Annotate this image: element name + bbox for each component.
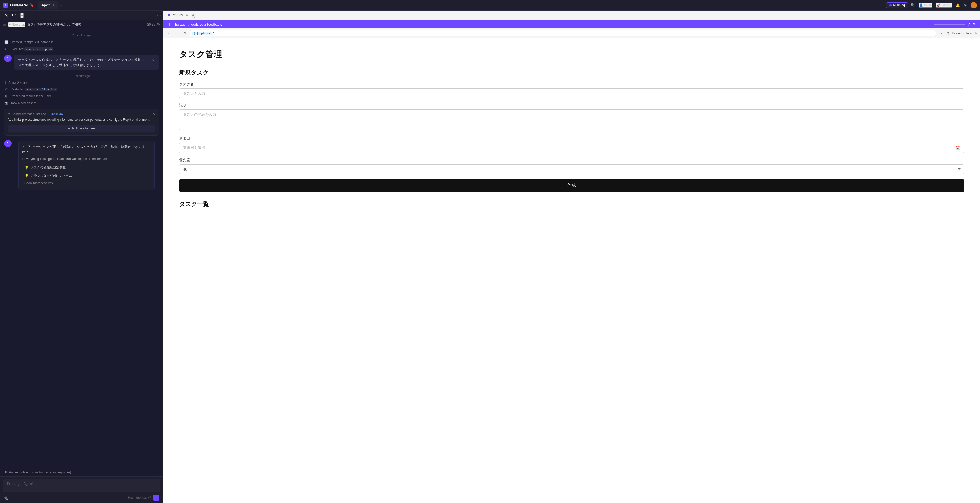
activity-text-4: Presented results to the user bbox=[11, 94, 51, 98]
status-text: Paused bbox=[9, 471, 20, 474]
devtools-button[interactable]: Devtools bbox=[952, 32, 964, 35]
tab-agent-panel[interactable]: Agent ✕ bbox=[2, 12, 19, 18]
deploy-button[interactable]: 🚀 Deploy bbox=[936, 3, 952, 8]
tab-agent-label: Agent bbox=[41, 3, 49, 7]
hamburger-icon[interactable]: ☰ bbox=[3, 22, 6, 27]
user-avatar[interactable] bbox=[970, 2, 977, 8]
rollback-label: Rollback to here bbox=[72, 126, 95, 130]
checkpoint-text: Add initial project structure, including… bbox=[8, 118, 155, 122]
new-task-title: 新規タスク bbox=[179, 69, 964, 77]
back-button[interactable]: ← bbox=[166, 30, 172, 36]
form-group-name: タスク名 bbox=[179, 82, 964, 98]
invite-button[interactable]: 👤 Invite bbox=[919, 3, 932, 8]
top-bar-center: Running bbox=[886, 2, 908, 8]
right-tab-bar: Progress ✕ + bbox=[163, 11, 980, 20]
form-group-desc: 説明 bbox=[179, 103, 964, 131]
suggestion-item-2[interactable]: 💡 カラフルなタグ付けシステム bbox=[22, 172, 151, 180]
show-more-btn[interactable]: ⇕ Show 2 more bbox=[0, 80, 163, 86]
task-desc-textarea[interactable] bbox=[179, 109, 964, 131]
suggestion-box: アプリケーションが正しく起動し、タスクの作成、表示、編集、削除ができますか？ I… bbox=[18, 141, 154, 190]
close-icon-bar[interactable]: ✕ bbox=[973, 22, 976, 26]
browser-url-bar[interactable]: {...}.replit.dev / bbox=[189, 30, 936, 37]
checkpoint-expand-icon[interactable]: ⊙ bbox=[153, 112, 155, 115]
rocket-icon: 🚀 bbox=[937, 3, 940, 7]
tab-add-button[interactable]: + bbox=[58, 2, 64, 8]
reload-button[interactable]: ↻ bbox=[182, 30, 188, 36]
asterisk-icon[interactable]: ✳ bbox=[964, 3, 967, 7]
running-label: Running bbox=[893, 3, 905, 7]
show-more-label: Show 2 more bbox=[8, 81, 27, 85]
suggestion-item-1[interactable]: 💡 タスクの優先度設定機能 bbox=[22, 163, 151, 172]
activity-text-2: Executed npm run db:push bbox=[11, 47, 53, 51]
activity-restart: ↺ Restarted Start application bbox=[0, 86, 163, 93]
top-bar: T TaskMaster 🔖 Agent ✕ + Running 🔍 👤 Inv… bbox=[0, 0, 980, 11]
suggestion-sub-text: If everything looks good, I can start wo… bbox=[22, 156, 151, 161]
tab-progress-label: Progress bbox=[172, 13, 184, 17]
tab-agent[interactable]: Agent ✕ bbox=[38, 1, 58, 9]
checkpoint-hash: 9bbdb7b7 bbox=[51, 112, 64, 115]
forward-arrow-btn[interactable]: → bbox=[938, 30, 943, 36]
chat-title: タスク管理アプリの開発について相談 bbox=[27, 22, 145, 27]
tab-agent-panel-label: Agent bbox=[5, 13, 13, 17]
screenshot-icon: 📷 bbox=[4, 101, 8, 105]
attach-icon[interactable]: 📎 bbox=[4, 496, 8, 500]
field-priority-label: 優先度 bbox=[179, 158, 964, 163]
checkpoint-time: just now bbox=[36, 112, 46, 115]
feedback-bar-text: The agent needs your feedback. bbox=[173, 22, 932, 26]
pause-icon: ⏸ bbox=[4, 471, 7, 474]
chat-input-footer: 📎 Have feedback? ↑ bbox=[3, 493, 160, 501]
checkpoint-header: ⇒ Checkpoint made just now • 9bbdb7b7 ⊙ bbox=[8, 112, 155, 115]
right-tab-add[interactable]: + bbox=[192, 13, 195, 18]
deadline-placeholder: 期限日を選択 bbox=[183, 145, 205, 150]
send-icon: ↑ bbox=[155, 496, 157, 500]
refresh-icon[interactable]: ↻ bbox=[157, 23, 160, 26]
deadline-picker[interactable]: 期限日を選択 📅 bbox=[179, 143, 964, 153]
form-group-deadline: 期限日 期限日を選択 📅 bbox=[179, 136, 964, 153]
terminal-icon: >_ bbox=[4, 47, 8, 51]
tab-progress[interactable]: Progress ✕ bbox=[165, 12, 191, 18]
feedback-text: Have feedback? bbox=[128, 496, 151, 500]
new-chat-button[interactable]: + New chat bbox=[8, 22, 25, 27]
bulb-icon-1: 💡 bbox=[24, 166, 29, 169]
chat-input-area: 📎 Have feedback? ↑ bbox=[0, 476, 163, 503]
tab-agent-close[interactable]: ✕ bbox=[52, 3, 54, 7]
bookmark-icon: 🔖 bbox=[30, 3, 34, 7]
task-name-input[interactable] bbox=[179, 88, 964, 98]
chat-messages: 2 minutes ago ⬜ Created PostgreSQL datab… bbox=[0, 29, 163, 468]
tab-agent-panel-close[interactable]: ✕ bbox=[14, 13, 17, 16]
chat-header-left: ☰ + New chat bbox=[3, 22, 25, 27]
logo-icon: T bbox=[3, 3, 8, 8]
running-dot bbox=[889, 4, 891, 6]
tab-progress-close[interactable]: ✕ bbox=[186, 13, 188, 16]
send-button[interactable]: ↑ bbox=[153, 495, 159, 501]
expand-icon-bar[interactable]: ⤢ bbox=[967, 22, 970, 26]
show-more-features-button[interactable]: Show more features bbox=[22, 180, 55, 187]
panel-tab-bar: Agent ✕ + ⋯ bbox=[0, 11, 163, 20]
feedback-bar-right: ⤢ ✕ bbox=[934, 22, 976, 26]
db-icon: ⬜ bbox=[4, 40, 8, 44]
settings-icon[interactable]: ⚙ bbox=[946, 31, 950, 35]
chat-input[interactable] bbox=[3, 479, 160, 492]
chat-header: ☰ + New chat タスク管理アプリの開発について相談 $0.25 ↻ bbox=[0, 20, 163, 29]
panel-tab-more[interactable]: ⋯ bbox=[157, 13, 161, 18]
top-tabs: Agent ✕ + bbox=[38, 1, 884, 9]
search-icon[interactable]: 🔍 bbox=[910, 3, 915, 7]
activity-created-db: ⬜ Created PostgreSQL database bbox=[0, 39, 163, 46]
invite-label: Invite bbox=[924, 3, 932, 7]
timestamp-2: 1 minute ago bbox=[0, 72, 163, 80]
bell-icon[interactable]: 🔔 bbox=[956, 3, 960, 7]
new-chat-label: New chat bbox=[11, 23, 25, 26]
create-button[interactable]: 作成 bbox=[179, 179, 964, 192]
panel-tab-add[interactable]: + bbox=[20, 13, 24, 18]
app-logo: T TaskMaster 🔖 bbox=[3, 3, 34, 8]
task-list-title: タスク一覧 bbox=[179, 200, 964, 208]
checkpoint-label: Checkpoint made bbox=[11, 112, 34, 115]
activity-text-3: Restarted Start application bbox=[11, 88, 57, 91]
new-tab-button[interactable]: New tab bbox=[966, 32, 977, 35]
forward-button[interactable]: → bbox=[174, 30, 180, 36]
rollback-button[interactable]: ↩ Rollback to here bbox=[8, 125, 155, 132]
priority-select[interactable]: 低 中 高 bbox=[179, 164, 964, 174]
feedback-area: Have feedback? ↑ bbox=[128, 495, 159, 501]
agent-avatar-1: AI bbox=[4, 54, 11, 62]
timestamp-1: 2 minutes ago bbox=[0, 31, 163, 39]
